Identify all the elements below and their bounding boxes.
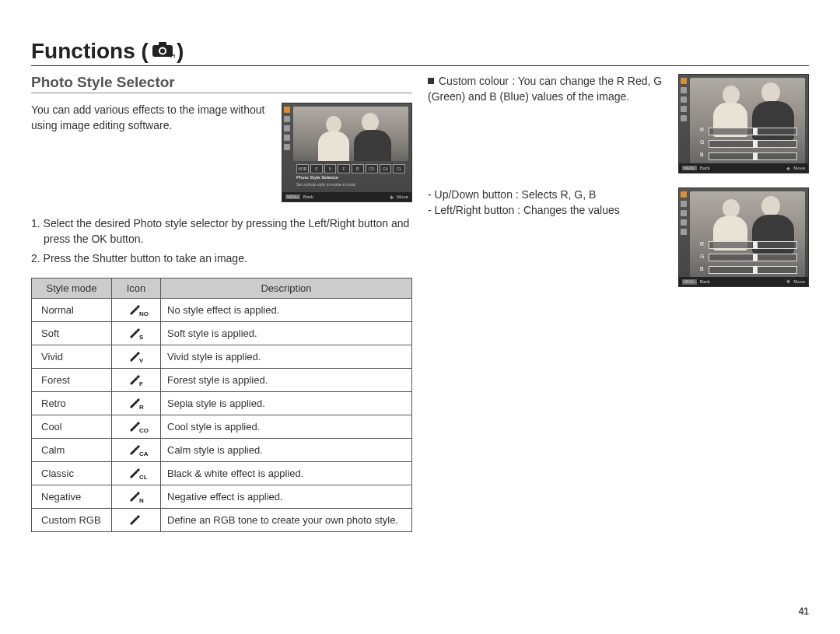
move-icon: ✥ [786, 166, 790, 171]
svg-text:R: R [139, 404, 144, 410]
table-row: ClassicCLBlack & white effect is applied… [32, 461, 412, 485]
leftright-note: - Left/Right button : Changes the values [428, 203, 670, 219]
camera-screenshot-rgb-1: R G B MENU Back ✥ Move [678, 74, 809, 173]
move-icon: ✥ [786, 278, 790, 285]
table-row: VividVVivid style is applied. [32, 345, 412, 368]
page-number: 41 [799, 606, 809, 617]
style-mode-description: No style effect is applied. [161, 298, 412, 321]
style-mode-name: Cool [32, 415, 112, 438]
style-mode-description: Cool style is applied. [161, 415, 412, 438]
heading-text: Functions ( [31, 39, 149, 64]
style-mode-description: Forest style is applied. [161, 368, 412, 391]
table-row: NormalNORNo style effect is applied. [32, 298, 412, 321]
style-mode-description: Black & white effect is applied. [161, 461, 412, 485]
updown-note: - Up/Down button : Selects R, G, B [428, 187, 670, 203]
style-mode-description: Define an RGB tone to create your own ph… [161, 508, 412, 531]
table-row: NegativeNNegative effect is applied. [32, 485, 412, 508]
svg-text:NOR: NOR [139, 310, 149, 317]
screen-caption-sub: Set a photo style to evoke a mood. [296, 182, 356, 187]
pen-style-icon: NOR [128, 303, 144, 315]
svg-text:F: F [139, 380, 143, 387]
pen-style-icon: R [128, 396, 144, 408]
svg-text:CA: CA [139, 450, 149, 457]
style-mode-name: Vivid [32, 345, 112, 368]
move-icon: ✥ [390, 194, 394, 200]
svg-text:CL: CL [139, 474, 148, 480]
camera-screenshot-rgb-2: R G B MENU Back ✥ Move [678, 187, 809, 287]
section-title: Photo Style Selector [31, 74, 412, 93]
style-strip: NOR S V F R CO CA CL [296, 164, 405, 173]
style-mode-icon: NOR [112, 298, 161, 321]
pen-style-icon [128, 513, 144, 525]
style-mode-name: Retro [32, 391, 112, 415]
step-2: 2. Press the Shutter button to take an i… [31, 251, 412, 267]
svg-text:Fn: Fn [170, 53, 175, 58]
style-mode-name: Forest [32, 368, 112, 391]
svg-text:S: S [139, 334, 144, 340]
table-row: ForestFForest style is applied. [32, 368, 412, 391]
pen-style-icon: CA [128, 443, 144, 455]
pen-style-icon: CO [128, 419, 144, 432]
style-mode-description: Vivid style is applied. [161, 345, 412, 368]
svg-text:CO: CO [139, 427, 149, 433]
style-mode-icon: R [112, 391, 161, 415]
style-mode-icon: CO [112, 415, 161, 438]
table-row: Custom RGBDefine an RGB tone to create y… [32, 508, 412, 531]
style-mode-description: Negative effect is applied. [161, 485, 412, 508]
col-header-mode: Style mode [32, 278, 112, 298]
pen-style-icon: N [128, 489, 144, 502]
intro-text: You can add various effects to the image… [31, 103, 274, 133]
style-mode-description: Soft style is applied. [161, 321, 412, 345]
svg-point-3 [160, 49, 165, 54]
camera-screenshot-style-selector: NOR S V F R CO CA CL Photo Style Selecto… [282, 103, 412, 202]
svg-text:V: V [139, 357, 144, 363]
style-mode-icon: S [112, 321, 161, 345]
style-mode-icon [112, 508, 161, 531]
style-mode-icon: N [112, 485, 161, 508]
style-mode-name: Calm [32, 438, 112, 461]
style-mode-name: Normal [32, 298, 112, 321]
custom-colour-text: Custom colour : You can change the R Red… [428, 74, 670, 104]
pen-style-icon: CL [128, 466, 144, 478]
screen-caption-title: Photo Style Selector [296, 175, 338, 180]
style-mode-name: Soft [32, 321, 112, 345]
step-1: 1. Select the desired Photo style select… [31, 216, 412, 247]
style-mode-icon: CA [112, 438, 161, 461]
table-row: SoftSSoft style is applied. [32, 321, 412, 345]
svg-text:N: N [139, 497, 144, 503]
col-header-icon: Icon [112, 278, 161, 298]
style-mode-description: Calm style is applied. [161, 438, 412, 461]
style-mode-icon: V [112, 345, 161, 368]
pen-style-icon: F [128, 373, 144, 385]
table-row: CoolCOCool style is applied. [32, 415, 412, 438]
style-mode-name: Custom RGB [32, 508, 112, 531]
table-row: RetroRSepia style is applied. [32, 391, 412, 415]
style-mode-name: Classic [32, 461, 112, 485]
camera-fn-icon: Fn [152, 39, 175, 64]
svg-rect-1 [159, 42, 166, 47]
style-mode-table: Style mode Icon Description NormalNORNo … [31, 278, 412, 532]
pen-style-icon: S [128, 326, 144, 338]
square-bullet-icon [428, 78, 434, 84]
pen-style-icon: V [128, 349, 144, 362]
style-mode-description: Sepia style is applied. [161, 391, 412, 415]
page-heading: Functions ( Fn ) [31, 39, 809, 66]
col-header-description: Description [161, 278, 412, 298]
heading-close: ) [177, 39, 184, 64]
style-mode-name: Negative [32, 485, 112, 508]
style-mode-icon: CL [112, 461, 161, 485]
table-row: CalmCACalm style is applied. [32, 438, 412, 461]
style-mode-icon: F [112, 368, 161, 391]
